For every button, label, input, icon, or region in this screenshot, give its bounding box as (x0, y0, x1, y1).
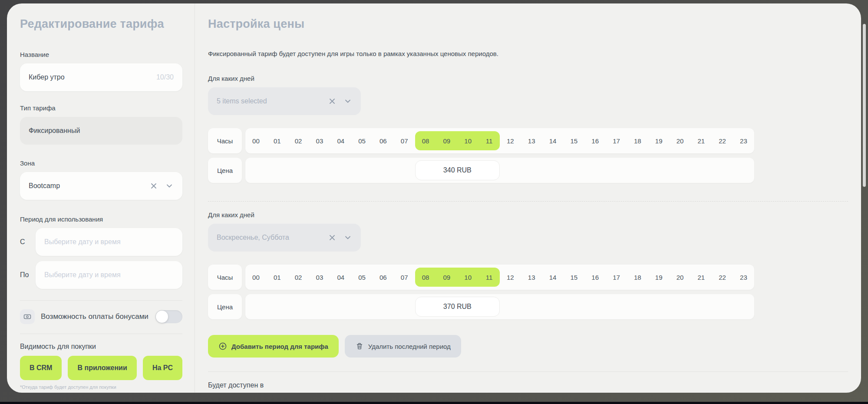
hour-cell-03[interactable]: 03 (309, 131, 330, 150)
zone-chevron-down-icon[interactable] (165, 182, 174, 190)
hour-cell-07[interactable]: 07 (394, 131, 415, 150)
hours-row-label: Часы (208, 128, 242, 153)
visibility-crm-button[interactable]: В CRM (20, 356, 62, 380)
name-char-counter: 10/30 (156, 73, 174, 81)
tariff-editor-window: Редактирование тарифа Название 10/30 Тип… (7, 3, 861, 393)
price-input-period-2[interactable]: 370 RUB (415, 297, 500, 317)
hour-cell-02[interactable]: 02 (288, 268, 309, 287)
add-period-button[interactable]: Добавить период для тарифа (208, 335, 339, 358)
hour-cell-17[interactable]: 17 (606, 131, 627, 150)
add-period-label: Добавить период для тарифа (231, 343, 328, 350)
date-to-label: По (20, 271, 36, 279)
hour-cell-21[interactable]: 21 (690, 268, 712, 287)
delete-period-label: Удалить последний период (368, 343, 451, 350)
banknote-icon (20, 309, 35, 324)
hour-cell-05[interactable]: 05 (351, 131, 373, 150)
visibility-label: Видимость для покупки (20, 343, 182, 351)
hour-cell-20[interactable]: 20 (670, 131, 691, 150)
zone-clear-icon[interactable] (149, 182, 158, 190)
visibility-app-button[interactable]: В приложении (68, 356, 136, 380)
hour-cell-16[interactable]: 16 (584, 268, 606, 287)
hour-cell-11[interactable]: 11 (479, 268, 500, 287)
zone-label: Зона (20, 159, 182, 167)
hour-cell-04[interactable]: 04 (330, 268, 351, 287)
hour-cell-13[interactable]: 13 (521, 131, 542, 150)
hour-cell-09[interactable]: 09 (436, 268, 457, 287)
type-label: Тип тарифа (20, 104, 182, 112)
hour-cell-14[interactable]: 14 (542, 268, 564, 287)
hour-cell-21[interactable]: 21 (690, 131, 712, 150)
type-value: Фиксированный (29, 127, 80, 135)
hour-cell-20[interactable]: 20 (670, 268, 691, 287)
hour-cell-08[interactable]: 08 (415, 131, 436, 150)
hour-cell-23[interactable]: 23 (733, 131, 754, 150)
hour-cell-22[interactable]: 22 (712, 131, 733, 150)
zone-select[interactable]: Bootcamp (20, 172, 182, 200)
hour-cell-09[interactable]: 09 (436, 131, 457, 150)
days-clear-icon[interactable] (328, 233, 337, 242)
delete-period-button[interactable]: Удалить последний период (345, 335, 461, 358)
days-chevron-down-icon[interactable] (343, 97, 352, 106)
type-field-card: Фиксированный (20, 117, 182, 145)
zone-value: Bootcamp (29, 182, 60, 190)
scrollbar[interactable] (863, 24, 866, 187)
sidebar-divider-2 (20, 334, 182, 334)
price-settings-panel: Настройка цены Фиксированный тариф будет… (195, 3, 861, 393)
hour-cell-18[interactable]: 18 (627, 131, 648, 150)
hour-cell-23[interactable]: 23 (733, 268, 754, 287)
hour-cell-02[interactable]: 02 (288, 131, 309, 150)
days-select-value: Воскресенье, Суббота (217, 234, 289, 242)
hour-cell-16[interactable]: 16 (584, 131, 606, 150)
usage-period-label: Период для использования (20, 215, 182, 223)
hour-cell-01[interactable]: 01 (267, 268, 288, 287)
visibility-pc-button[interactable]: На PC (143, 356, 182, 380)
hour-cell-04[interactable]: 04 (330, 131, 351, 150)
hour-cell-14[interactable]: 14 (542, 131, 564, 150)
price-row-label: Цена (208, 294, 242, 319)
hour-cell-17[interactable]: 17 (606, 268, 627, 287)
date-from-label: С (20, 238, 36, 246)
hours-track-period-2: 0001020304050607080910111213141516171819… (245, 265, 754, 290)
days-select-period-1[interactable]: 5 items selected (208, 87, 361, 115)
hour-cell-03[interactable]: 03 (309, 268, 330, 287)
hour-cell-15[interactable]: 15 (563, 268, 584, 287)
days-chevron-down-icon[interactable] (343, 233, 352, 242)
sidebar-divider-1 (20, 300, 182, 301)
hour-cell-12[interactable]: 12 (500, 131, 521, 150)
hour-cell-06[interactable]: 06 (373, 268, 394, 287)
hour-cell-19[interactable]: 19 (648, 131, 670, 150)
date-to-input[interactable] (44, 271, 174, 279)
price-input-period-1[interactable]: 340 RUB (415, 160, 500, 180)
period-divider (208, 201, 848, 202)
name-input[interactable] (29, 73, 152, 81)
hour-cell-18[interactable]: 18 (627, 268, 648, 287)
hour-cell-15[interactable]: 15 (563, 131, 584, 150)
hour-cell-08[interactable]: 08 (415, 268, 436, 287)
hour-cell-22[interactable]: 22 (712, 268, 733, 287)
toggle-knob (156, 311, 168, 323)
hour-cell-00[interactable]: 00 (245, 268, 267, 287)
hour-cell-11[interactable]: 11 (479, 131, 500, 150)
days-clear-icon[interactable] (328, 97, 337, 106)
hour-cell-10[interactable]: 10 (457, 131, 479, 150)
hour-cell-00[interactable]: 00 (245, 131, 267, 150)
hours-track-period-1: 0001020304050607080910111213141516171819… (245, 128, 754, 153)
bonus-payment-toggle[interactable] (155, 310, 182, 323)
days-label-period-2: Для каких дней (208, 211, 848, 219)
days-select-period-2[interactable]: Воскресенье, Суббота (208, 224, 361, 252)
hour-cell-07[interactable]: 07 (394, 268, 415, 287)
date-from-input[interactable] (44, 238, 174, 246)
hour-cell-13[interactable]: 13 (521, 268, 542, 287)
price-track-period-2: 370 RUB (245, 294, 754, 319)
hour-cell-01[interactable]: 01 (267, 131, 288, 150)
days-select-value: 5 items selected (217, 97, 267, 105)
hour-cell-10[interactable]: 10 (457, 268, 479, 287)
hour-cell-19[interactable]: 19 (648, 268, 670, 287)
name-label: Название (20, 51, 182, 58)
sidebar-edit-tariff: Редактирование тарифа Название 10/30 Тип… (7, 3, 195, 393)
hour-cell-12[interactable]: 12 (500, 268, 521, 287)
hours-row-label: Часы (208, 265, 242, 290)
hour-cell-06[interactable]: 06 (373, 131, 394, 150)
main-description: Фиксированный тариф будет доступен для и… (208, 50, 848, 57)
hour-cell-05[interactable]: 05 (351, 268, 373, 287)
